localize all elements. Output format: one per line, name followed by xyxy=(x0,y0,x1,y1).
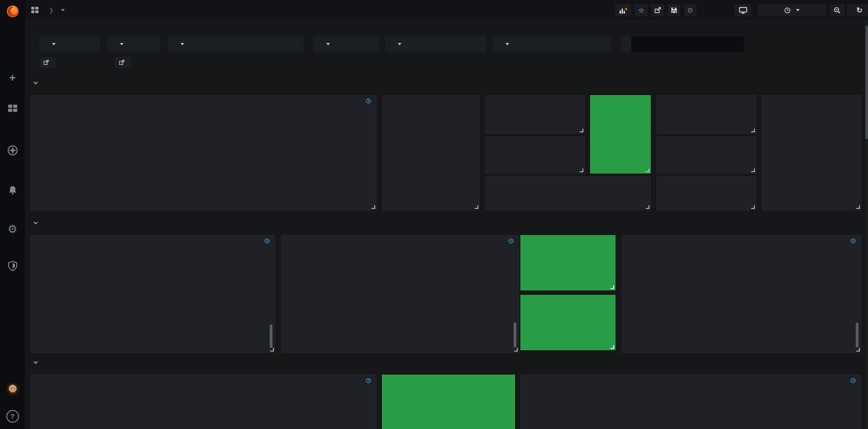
panel-average-daily-cost xyxy=(657,95,756,134)
panel-cpu2-temp xyxy=(520,295,615,350)
dashboard-link-ups-monitoring[interactable] xyxy=(115,57,131,68)
chevron-down-icon xyxy=(326,43,330,45)
panel-ups-load-percent xyxy=(30,95,377,210)
stat-value xyxy=(657,188,756,204)
panel-resize-handle[interactable] xyxy=(610,285,614,289)
ups-load-chart-canvas[interactable] xyxy=(31,96,377,211)
dashboards-icon[interactable] xyxy=(0,103,25,115)
chevron-down-icon xyxy=(398,43,401,45)
legend-scrollbar[interactable] xyxy=(514,323,516,347)
dashboard-grid-icon[interactable] xyxy=(31,6,39,14)
panel-average-psu-load xyxy=(485,136,585,174)
variable-host[interactable] xyxy=(314,37,379,52)
chevron-down-icon xyxy=(181,43,184,45)
chevron-down-icon xyxy=(120,43,124,45)
cpu1-chart-canvas[interactable] xyxy=(31,236,276,353)
panel-resize-handle[interactable] xyxy=(580,169,583,172)
panel-resize-handle[interactable] xyxy=(751,129,755,132)
panel-resize-handle[interactable] xyxy=(514,348,518,352)
panel-estimated-yearly-cost xyxy=(657,176,756,210)
panel-current-load-kwh xyxy=(485,176,651,210)
legend-scrollbar[interactable] xyxy=(270,324,272,348)
add-panel-button[interactable] xyxy=(615,4,631,16)
refresh-icon: ↻ xyxy=(856,6,862,14)
help-icon[interactable]: ? xyxy=(0,410,25,423)
panel-resize-handle[interactable] xyxy=(646,205,649,209)
cpu2-temp-sparkline xyxy=(521,295,615,350)
page-scrollbar-thumb[interactable] xyxy=(865,26,868,139)
variable-kwh-price[interactable] xyxy=(39,37,100,52)
breadcrumb: ❯ xyxy=(31,0,65,20)
share-dashboard-button[interactable] xyxy=(651,4,664,16)
panel-current-ups-load xyxy=(485,95,585,134)
panel-resize-handle[interactable] xyxy=(751,169,755,172)
dashboard-settings-gear-icon[interactable]: ⚙ xyxy=(684,4,696,16)
variable-ups-max-output[interactable] xyxy=(168,37,303,52)
grafana-dashboard: + ⚙ ? ❯ xyxy=(0,0,868,429)
stat-value xyxy=(657,149,756,167)
section-cpu-stats[interactable] xyxy=(33,220,43,226)
cpu2-chart-canvas[interactable] xyxy=(622,236,862,353)
panel-cpu1-temp xyxy=(520,235,615,290)
panel-resize-handle[interactable] xyxy=(372,205,375,209)
time-picker-caret-icon xyxy=(796,9,800,11)
panel-cpu-package xyxy=(281,235,519,353)
panel-resize-handle[interactable] xyxy=(610,345,614,349)
section-network-memory[interactable] xyxy=(33,359,43,366)
panel-this-years-cost xyxy=(657,136,756,174)
sidebar: + ⚙ ? xyxy=(0,0,25,429)
variable-cpu-threads xyxy=(621,37,744,52)
page-scrollbar-track[interactable] xyxy=(865,20,868,429)
panel-resize-handle[interactable] xyxy=(751,205,755,209)
panel-cpu-1 xyxy=(30,235,275,353)
stat-value xyxy=(657,109,756,126)
breadcrumb-separator: ❯ xyxy=(49,7,54,14)
panel-ups-runtime xyxy=(590,95,651,174)
panel-network xyxy=(30,375,377,429)
panel-resize-handle[interactable] xyxy=(475,205,478,209)
zoom-out-time-button[interactable] xyxy=(830,4,844,16)
section-ups-stats[interactable] xyxy=(33,80,43,86)
panel-resize-handle[interactable] xyxy=(580,129,583,132)
panel-resize-handle[interactable] xyxy=(646,169,649,172)
panel-ups-load-vs-time-left xyxy=(762,95,861,210)
star-dashboard-button[interactable]: ☆ xyxy=(635,4,648,16)
variable-currency[interactable] xyxy=(107,37,160,52)
battery-gauge-canvas xyxy=(383,96,480,211)
panel-resize-handle[interactable] xyxy=(856,348,860,352)
panel-resize-handle[interactable] xyxy=(856,205,860,209)
time-picker[interactable] xyxy=(758,4,826,16)
dashboard-title-caret-icon[interactable] xyxy=(61,9,65,11)
server-admin-shield-icon[interactable] xyxy=(0,260,25,273)
ups-load-vs-time-canvas[interactable] xyxy=(763,96,862,211)
create-plus-icon[interactable]: + xyxy=(0,72,25,84)
explore-compass-icon[interactable] xyxy=(0,145,25,158)
chevron-down-icon xyxy=(506,43,509,45)
network-chart-canvas[interactable] xyxy=(31,375,377,429)
panel-uptime xyxy=(382,375,515,429)
memory-chart-canvas[interactable] xyxy=(521,375,862,429)
chevron-down-icon xyxy=(52,43,56,45)
grafana-logo-icon[interactable] xyxy=(0,4,25,21)
user-avatar[interactable] xyxy=(0,382,25,398)
cpu-package-chart-canvas[interactable] xyxy=(281,236,520,353)
panel-memory xyxy=(520,375,861,429)
variable-ups-datasource[interactable] xyxy=(493,37,611,52)
alerting-bell-icon[interactable] xyxy=(0,185,25,198)
panel-ups-battery-charge xyxy=(382,95,480,210)
dashboard-link-plex-theme[interactable] xyxy=(39,57,56,68)
save-dashboard-button[interactable] xyxy=(668,4,680,16)
cpu1-temp-sparkline xyxy=(521,236,615,290)
top-navbar: ❯ ☆ ⚙ ↻ xyxy=(25,0,868,20)
panel-resize-handle[interactable] xyxy=(270,348,274,352)
cpu-threads-input[interactable] xyxy=(631,37,744,52)
cycle-view-monitor-icon[interactable] xyxy=(734,4,751,16)
configuration-gear-icon[interactable]: ⚙ xyxy=(0,223,25,236)
legend-scrollbar[interactable] xyxy=(856,323,858,347)
panel-cpu-2 xyxy=(622,235,861,353)
refresh-button[interactable]: ↻ xyxy=(847,4,868,16)
variable-telegraf-datasource[interactable] xyxy=(385,37,486,52)
